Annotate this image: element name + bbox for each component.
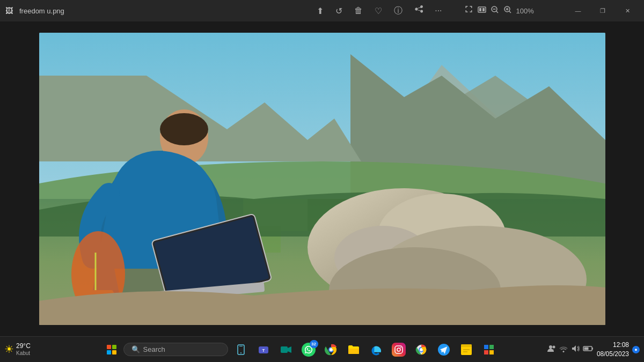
svg-line-5: [496, 11, 498, 13]
taskbar: ☀ 29°C Kabut 🔍 Search: [0, 336, 644, 362]
svg-point-55: [549, 345, 552, 349]
svg-point-46: [400, 347, 401, 348]
taskbar-center: 🔍 Search T: [69, 339, 532, 360]
search-bar[interactable]: 🔍 Search: [123, 343, 228, 356]
zoom-out-icon[interactable]: [491, 5, 499, 16]
wifi-icon[interactable]: [559, 344, 568, 354]
svg-point-56: [552, 346, 555, 349]
image-viewer: [39, 33, 605, 325]
svg-rect-2: [482, 8, 485, 11]
people-icon[interactable]: [547, 344, 556, 354]
app-phone-link[interactable]: [230, 339, 252, 360]
app-whatsapp[interactable]: 32: [298, 339, 319, 360]
close-button[interactable]: ✕: [615, 0, 640, 21]
app-file-explorer[interactable]: [343, 339, 364, 360]
zoom-controls: 100%: [465, 5, 534, 16]
instagram-icon: [392, 343, 406, 357]
svg-point-27: [160, 113, 208, 145]
svg-rect-1: [479, 8, 481, 11]
svg-point-45: [397, 348, 400, 351]
photo-svg: [39, 33, 605, 325]
windows-logo: [107, 345, 116, 354]
minimize-button[interactable]: —: [566, 0, 590, 21]
weather-location: Kabut: [16, 350, 31, 357]
toolbar-icons: ⬆ ↺ 🗑 ♡ ⓘ ···: [285, 5, 566, 17]
app-store[interactable]: [478, 339, 500, 360]
app-edge[interactable]: [365, 339, 387, 360]
battery-icon[interactable]: [583, 344, 594, 354]
share-icon[interactable]: [414, 5, 423, 16]
title-bar: 🖼 freedom u.png ⬆ ↺ 🗑 ♡ ⓘ ···: [0, 0, 644, 21]
svg-rect-58: [592, 348, 593, 350]
favorite-icon[interactable]: ♡: [375, 6, 382, 16]
clock-time: 12:08: [613, 341, 629, 350]
svg-text:T: T: [262, 348, 265, 353]
filmstrip-icon[interactable]: [478, 5, 486, 16]
zoom-in-icon[interactable]: [503, 5, 512, 16]
taskbar-apps: T 32: [230, 339, 500, 360]
app-chrome[interactable]: [320, 339, 342, 360]
weather-temp: 29°C: [16, 342, 31, 350]
svg-rect-39: [281, 346, 288, 353]
weather-icon: ☀: [4, 343, 14, 356]
system-clock[interactable]: 12:08 08/05/2023: [597, 341, 629, 359]
weather-text: 29°C Kabut: [16, 342, 31, 356]
app-teams[interactable]: T: [253, 339, 274, 360]
search-label: Search: [143, 345, 165, 353]
svg-rect-43: [348, 349, 359, 354]
title-bar-left: 🖼 freedom u.png: [4, 6, 285, 16]
taskbar-right: 12:08 08/05/2023 ●: [532, 341, 640, 359]
fullscreen-icon[interactable]: [465, 5, 473, 16]
app-instagram[interactable]: [388, 339, 409, 360]
app-sticky-notes[interactable]: [456, 339, 477, 360]
app-icon: 🖼: [4, 6, 14, 16]
info-icon[interactable]: ⓘ: [394, 5, 402, 17]
system-tray: [547, 344, 594, 354]
content-area: [0, 21, 644, 336]
whatsapp-badge: 32: [310, 340, 318, 348]
weather-widget[interactable]: ☀ 29°C Kabut: [4, 342, 31, 356]
svg-marker-40: [288, 346, 291, 353]
taskbar-left: ☀ 29°C Kabut: [4, 342, 69, 356]
export-icon[interactable]: ⬆: [317, 6, 324, 16]
search-icon: 🔍: [131, 345, 140, 353]
delete-icon[interactable]: 🗑: [354, 6, 363, 16]
zoom-level[interactable]: 100%: [516, 7, 534, 15]
more-icon[interactable]: ···: [435, 6, 442, 16]
rotate-icon[interactable]: ↺: [335, 6, 342, 16]
app-video-meet[interactable]: [275, 339, 297, 360]
notification-button[interactable]: ●: [632, 346, 640, 353]
app-chromium[interactable]: [411, 339, 432, 360]
svg-line-9: [509, 11, 511, 13]
volume-icon[interactable]: [571, 344, 580, 354]
start-button[interactable]: [102, 340, 121, 359]
svg-rect-52: [461, 344, 472, 347]
maximize-button[interactable]: ❐: [590, 0, 615, 21]
clock-date: 08/05/2023: [597, 350, 629, 359]
svg-rect-59: [584, 348, 588, 350]
app-telegram[interactable]: [433, 339, 455, 360]
svg-rect-44: [395, 346, 402, 353]
notification-icon: ●: [634, 347, 637, 352]
svg-point-35: [240, 352, 241, 353]
window-title: freedom u.png: [19, 7, 64, 15]
window-controls: — ❐ ✕: [566, 0, 640, 21]
